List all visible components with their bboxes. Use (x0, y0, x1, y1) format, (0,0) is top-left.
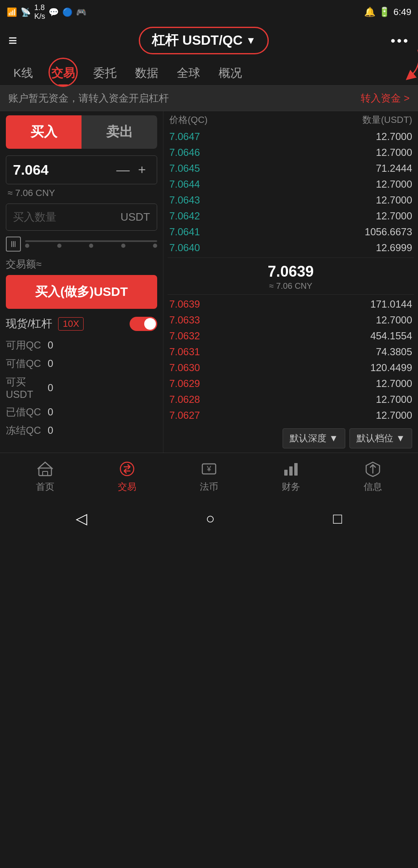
depth-selector[interactable]: 默认深度 ▼ (283, 428, 345, 448)
recent-button[interactable]: □ (333, 510, 342, 527)
bid-row-1[interactable]: 7.0633 12.7000 (168, 312, 414, 328)
menu-button[interactable]: ≡ (8, 32, 17, 49)
ask-qty-2: 71.2444 (376, 163, 412, 174)
home-icon (36, 460, 54, 478)
nav-trade[interactable]: 交易 (110, 460, 144, 493)
level-selector[interactable]: 默认档位 ▼ (349, 428, 412, 448)
slider-dot-0 (25, 244, 29, 248)
ask-row-5[interactable]: 7.0642 12.7000 (168, 208, 414, 224)
trade-icon (118, 460, 136, 478)
price-decrement[interactable]: — (112, 162, 134, 178)
bid-price-0: 7.0639 (169, 298, 200, 310)
tab-kline[interactable]: K线 (4, 61, 42, 85)
more-button[interactable]: ••• (390, 33, 410, 48)
bid-row-4[interactable]: 7.0630 120.4499 (168, 360, 414, 376)
bid-price-1: 7.0633 (169, 314, 200, 326)
buyable-usdt-row: 可买USDT 0 (6, 375, 157, 400)
nav-tabs: K线 交易 委托 数据 全球 概况 (0, 59, 418, 86)
bid-row-2[interactable]: 7.0632 454.1554 (168, 328, 414, 344)
tab-data[interactable]: 数据 (126, 61, 168, 85)
header: ≡ 杠杆 USDT/QC ▼ ••• (0, 23, 418, 59)
svg-rect-5 (284, 470, 288, 476)
available-qc-label: 可用QC (6, 339, 48, 352)
ask-row-1[interactable]: 7.0646 12.7000 (168, 145, 414, 160)
ask-row-7[interactable]: 7.0640 12.6999 (168, 240, 414, 256)
nav-info[interactable]: 信息 (356, 460, 390, 493)
depth-controls: 默认深度 ▼ 默认档位 ▼ (168, 427, 414, 450)
bid-qty-4: 120.4499 (370, 362, 412, 374)
back-button[interactable]: ◁ (76, 510, 87, 527)
available-qc-value: 0 (48, 339, 53, 351)
ob-price-header: 价格(QC) (169, 114, 208, 126)
mid-price-cny: ≈ 7.06 CNY (169, 281, 412, 291)
frozen-qc-value: 0 (48, 425, 53, 436)
finance-icon (282, 460, 300, 478)
arrow-indicator (393, 46, 418, 83)
slider-track[interactable] (25, 240, 157, 242)
bid-price-5: 7.0629 (169, 378, 200, 389)
slider-handle[interactable] (6, 237, 21, 252)
status-right: 🔔 🔋 6:49 (364, 7, 411, 18)
slider-row[interactable] (6, 237, 157, 252)
ask-price-6: 7.0641 (169, 226, 200, 238)
nav-finance[interactable]: 财务 (274, 460, 308, 493)
market-selector[interactable]: 杠杆 USDT/QC ▼ (139, 27, 269, 54)
tab-global[interactable]: 全球 (168, 61, 209, 85)
transfer-fund-button[interactable]: 转入资金 > (361, 92, 410, 105)
bid-price-3: 7.0631 (169, 346, 200, 358)
ask-row-4[interactable]: 7.0643 12.7000 (168, 192, 414, 208)
trade-amount-row: 交易额≈ (6, 257, 157, 271)
bid-qty-6: 12.7000 (376, 394, 412, 405)
banner-text: 账户暂无资金，请转入资金开启杠杆 (8, 92, 169, 105)
nav-fiat[interactable]: ¥ 法币 (192, 460, 226, 493)
buy-tab[interactable]: 买入 (6, 115, 82, 149)
ask-price-1: 7.0646 (169, 147, 200, 158)
ask-row-0[interactable]: 7.0647 12.7000 (168, 129, 414, 145)
qty-input-row[interactable]: 买入数量 USDT (6, 204, 157, 231)
bid-row-6[interactable]: 7.0628 12.7000 (168, 392, 414, 407)
tab-trade[interactable]: 交易 (42, 61, 84, 85)
ask-qty-4: 12.7000 (376, 194, 412, 206)
ask-price-2: 7.0645 (169, 163, 200, 174)
svg-point-2 (120, 462, 134, 476)
bid-qty-5: 12.7000 (376, 378, 412, 389)
mid-price: 7.0639 (169, 263, 412, 280)
available-qc-row: 可用QC 0 (6, 339, 157, 352)
bid-qty-7: 12.7000 (376, 410, 412, 421)
borrowed-qc-row: 已借QC 0 (6, 405, 157, 419)
slider-dot-3 (121, 244, 125, 248)
ask-row-3[interactable]: 7.0644 12.7000 (168, 176, 414, 192)
bid-row-5[interactable]: 7.0629 12.7000 (168, 376, 414, 392)
nav-home[interactable]: 首页 (28, 460, 62, 493)
spot-leverage-toggle-row: 现货/杠杆 10X (6, 316, 157, 331)
home-button[interactable]: ○ (206, 510, 215, 527)
ask-rows: 7.0647 12.7000 7.0646 12.7000 7.0645 71.… (168, 129, 414, 256)
ask-row-2[interactable]: 7.0645 71.2444 (168, 160, 414, 176)
bid-row-3[interactable]: 7.0631 74.3805 (168, 344, 414, 360)
ask-qty-0: 12.7000 (376, 131, 412, 143)
slider-track-container[interactable] (25, 240, 157, 248)
bid-row-7[interactable]: 7.0627 12.7000 (168, 407, 414, 423)
leverage-toggle[interactable] (130, 317, 157, 331)
qty-input[interactable]: 买入数量 (13, 210, 120, 224)
sell-tab[interactable]: 卖出 (82, 115, 157, 149)
buy-long-button[interactable]: 买入(做多)USDT (6, 275, 157, 309)
app-icon1: 🔵 (62, 7, 73, 17)
battery-icon: 🔋 (379, 7, 390, 18)
nav-trade-label: 交易 (118, 481, 136, 493)
price-input[interactable]: 7.064 (13, 162, 112, 178)
price-input-row[interactable]: 7.064 — + (6, 155, 157, 184)
ask-row-6[interactable]: 7.0641 1056.6673 (168, 224, 414, 240)
ask-qty-5: 12.7000 (376, 210, 412, 222)
toggle-knob (144, 318, 156, 330)
qty-unit: USDT (120, 211, 150, 224)
slider-lines-icon (11, 241, 15, 247)
tab-overview[interactable]: 概况 (209, 61, 251, 85)
tab-entrust[interactable]: 委托 (84, 61, 126, 85)
bid-qty-2: 454.1554 (370, 330, 412, 342)
bid-row-0[interactable]: 7.0639 171.0144 (168, 296, 414, 312)
mid-price-block: 7.0639 ≈ 7.06 CNY (168, 257, 414, 295)
bid-price-2: 7.0632 (169, 330, 200, 342)
price-increment[interactable]: + (134, 162, 150, 178)
bid-price-4: 7.0630 (169, 362, 200, 374)
